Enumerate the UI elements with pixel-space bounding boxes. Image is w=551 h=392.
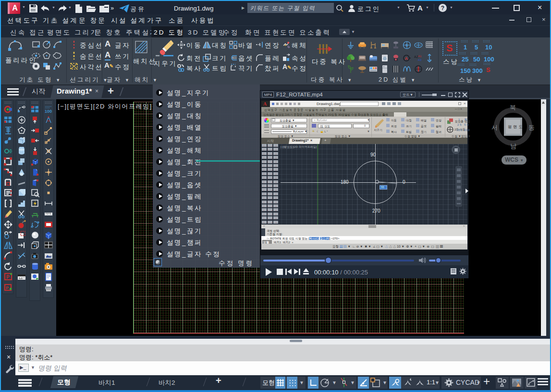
svg-text:UP: UP (428, 59, 432, 62)
svg-text:A1: A1 (418, 55, 422, 58)
svg-text:WMF: WMF (46, 255, 52, 258)
svg-text:P: P (6, 285, 9, 290)
svg-text:100: 100 (45, 109, 52, 114)
svg-text:P: P (6, 274, 10, 280)
svg-text:B: B (406, 44, 408, 47)
svg-text:A3: A3 (418, 59, 422, 61)
svg-text:A: A (405, 56, 408, 61)
